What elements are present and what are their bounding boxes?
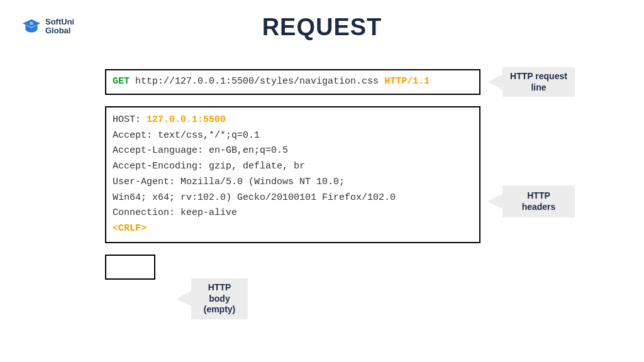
- callout-label-body: HTTP body (empty): [191, 278, 248, 319]
- arrow-left-icon: [487, 194, 502, 209]
- callout-headers: HTTP headers: [487, 185, 575, 217]
- header-host-line: HOST: 127.0.0.1:5500: [113, 112, 473, 128]
- page-title: REQUEST: [0, 14, 644, 41]
- header-line: Accept-Language: en-GB,en;q=0.5: [113, 143, 473, 159]
- crlf-marker: <CRLF>: [113, 221, 473, 237]
- header-line: Win64; x64; rv:102.0) Gecko/20100101 Fir…: [113, 190, 473, 206]
- callout-body: HTTP body (empty): [176, 278, 248, 319]
- callout-label-request-line: HTTP request line: [502, 67, 575, 97]
- header-line: Accept-Encoding: gzip, deflate, br: [113, 159, 473, 175]
- arrow-left-icon: [176, 291, 191, 306]
- http-method: GET: [113, 76, 130, 87]
- arrow-left-icon: [487, 75, 502, 90]
- request-line-box: GET http://127.0.0.1:5500/styles/navigat…: [105, 69, 480, 95]
- header-line: Accept: text/css,*/*;q=0.1: [113, 128, 473, 144]
- header-line: Connection: keep-alive: [113, 206, 473, 221]
- body-box: [105, 255, 155, 280]
- host-value: 127.0.0.1:5500: [147, 114, 226, 125]
- host-label: HOST:: [113, 114, 141, 125]
- http-version: HTTP/1.1: [384, 76, 430, 87]
- callout-label-headers: HTTP headers: [502, 185, 575, 217]
- http-url: http://127.0.0.1:5500/styles/navigation.…: [135, 76, 379, 87]
- headers-box: HOST: 127.0.0.1:5500 Accept: text/css,*/…: [105, 106, 480, 243]
- callout-request-line: HTTP request line: [487, 67, 575, 97]
- header-line: User-Agent: Mozilla/5.0 (Windows NT 10.0…: [113, 175, 473, 190]
